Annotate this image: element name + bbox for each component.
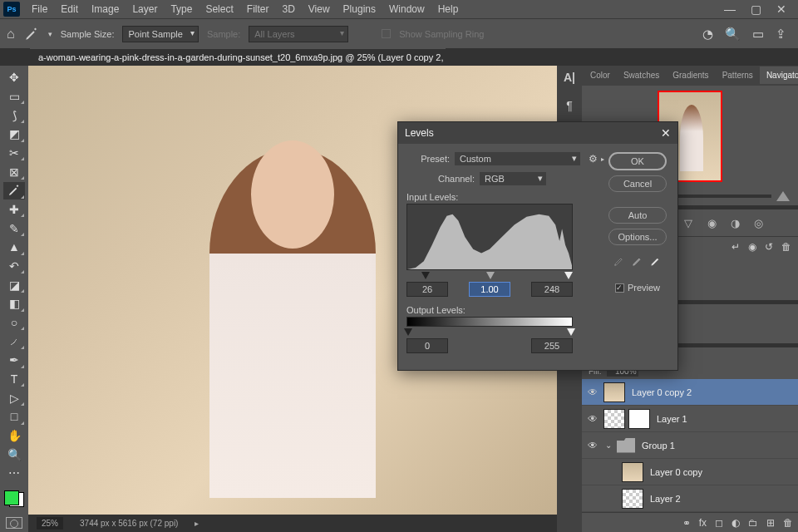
adj-view-icon[interactable]: ◉ xyxy=(748,241,756,253)
tab-swatches[interactable]: Swatches xyxy=(617,66,666,84)
brush-tool-icon[interactable]: ✎ xyxy=(3,219,25,237)
marquee-tool-icon[interactable]: ▭ xyxy=(3,88,25,106)
output-white-slider[interactable] xyxy=(567,328,575,336)
visibility-icon[interactable]: 👁 xyxy=(585,440,600,451)
layer-name[interactable]: Layer 2 xyxy=(647,494,795,504)
home-icon[interactable]: ⌂ xyxy=(7,27,15,42)
black-point-field[interactable]: 26 xyxy=(406,282,448,297)
blur-tool-icon[interactable]: ○ xyxy=(3,314,25,332)
healing-brush-tool-icon[interactable]: ✚ xyxy=(3,201,25,219)
adj-vibrance-icon[interactable]: ▽ xyxy=(680,214,697,231)
visibility-icon[interactable]: 👁 xyxy=(585,413,600,425)
menu-image[interactable]: Image xyxy=(85,1,126,17)
layer-row[interactable]: Layer 2 xyxy=(582,485,798,512)
white-point-field[interactable]: 248 xyxy=(531,282,573,297)
adj-reset-icon[interactable]: ↺ xyxy=(765,241,773,253)
menu-window[interactable]: Window xyxy=(382,1,431,17)
adj-delete-icon[interactable]: 🗑 xyxy=(781,241,791,253)
window-maximize-icon[interactable]: ▢ xyxy=(751,2,761,16)
layer-row[interactable]: 👁 Layer 0 copy 2 xyxy=(582,379,798,406)
layer-mask-icon[interactable]: ◻ xyxy=(715,517,723,529)
type-tool-icon[interactable]: T xyxy=(3,371,25,388)
dialog-titlebar[interactable]: Levels ✕ xyxy=(398,122,677,144)
tab-color[interactable]: Color xyxy=(584,66,617,84)
eraser-tool-icon[interactable]: ◪ xyxy=(3,276,25,293)
crop-tool-icon[interactable]: ✂ xyxy=(3,145,25,162)
layer-name[interactable]: Group 1 xyxy=(638,441,795,451)
new-layer-icon[interactable]: ⊞ xyxy=(766,517,775,529)
new-group-icon[interactable]: 🗀 xyxy=(748,517,758,529)
layer-thumbnail[interactable] xyxy=(622,462,643,482)
preset-dropdown[interactable]: Custom xyxy=(455,152,580,165)
zoom-field[interactable]: 25% xyxy=(37,517,63,530)
layer-thumbnail[interactable] xyxy=(622,489,643,509)
channel-dropdown[interactable]: RGB xyxy=(480,172,546,185)
menu-plugins[interactable]: Plugins xyxy=(337,1,382,17)
tab-gradients[interactable]: Gradients xyxy=(666,66,715,84)
pen-tool-icon[interactable]: ✒ xyxy=(3,352,25,369)
black-point-slider[interactable] xyxy=(421,272,430,279)
adj-bw-icon[interactable]: ◑ xyxy=(727,214,743,231)
menu-select[interactable]: Select xyxy=(199,1,239,17)
midtone-field[interactable]: 1.00 xyxy=(469,282,510,297)
window-close-icon[interactable]: ✕ xyxy=(776,2,786,16)
menu-help[interactable]: Help xyxy=(431,1,466,17)
menu-edit[interactable]: Edit xyxy=(54,1,85,17)
paragraph-panel-icon[interactable]: ¶ xyxy=(566,99,573,112)
visibility-icon[interactable]: 👁 xyxy=(585,387,600,398)
output-white-field[interactable]: 255 xyxy=(531,338,573,353)
preview-checkbox[interactable]: ✓ xyxy=(615,283,624,293)
object-select-tool-icon[interactable]: ◩ xyxy=(3,126,25,143)
quick-mask-icon[interactable] xyxy=(6,517,22,529)
lasso-tool-icon[interactable]: ⟆ xyxy=(3,106,25,124)
adj-hue-icon[interactable]: ◉ xyxy=(703,214,720,231)
cancel-button[interactable]: Cancel xyxy=(608,175,667,192)
zoom-in-icon[interactable] xyxy=(776,191,790,201)
group-toggle-icon[interactable]: ⌄ xyxy=(603,441,613,450)
auto-button[interactable]: Auto xyxy=(608,207,667,224)
cloud-user-icon[interactable]: ◔ xyxy=(702,27,713,42)
output-black-field[interactable]: 0 xyxy=(406,338,448,353)
layer-mask-thumbnail[interactable] xyxy=(628,409,650,429)
layer-row[interactable]: Layer 0 copy xyxy=(582,459,798,485)
adj-photo-filter-icon[interactable]: ◎ xyxy=(750,214,766,231)
status-menu-icon[interactable]: ▸ xyxy=(195,519,199,528)
layer-name[interactable]: Layer 0 copy 2 xyxy=(628,387,795,397)
current-tool-icon[interactable] xyxy=(23,26,40,42)
share-icon[interactable]: ⇪ xyxy=(776,27,786,42)
eyedropper-tool-icon[interactable] xyxy=(3,182,25,200)
zoom-tool-icon[interactable]: 🔍 xyxy=(3,446,25,463)
menu-3d[interactable]: 3D xyxy=(275,1,301,17)
white-point-slider[interactable] xyxy=(564,272,573,279)
layer-row[interactable]: 👁 Layer 1 xyxy=(582,406,798,432)
hand-tool-icon[interactable]: ✋ xyxy=(3,427,25,445)
layer-thumbnail[interactable] xyxy=(603,409,625,429)
layer-style-icon[interactable]: fx xyxy=(699,517,707,529)
menu-layer[interactable]: Layer xyxy=(126,1,164,17)
midtone-slider[interactable] xyxy=(486,272,495,279)
gradient-tool-icon[interactable]: ◧ xyxy=(3,295,25,313)
dialog-close-icon[interactable]: ✕ xyxy=(661,126,671,140)
menu-filter[interactable]: Filter xyxy=(240,1,276,17)
tool-dropdown-icon[interactable]: ▾ xyxy=(48,30,52,38)
menu-type[interactable]: Type xyxy=(164,1,199,17)
layer-row[interactable]: 👁 ⌄ Group 1 xyxy=(582,432,798,459)
adjustment-layer-icon[interactable]: ◐ xyxy=(732,517,740,529)
show-sampling-ring-checkbox[interactable] xyxy=(382,29,391,38)
workspace-icon[interactable]: ▭ xyxy=(752,27,764,42)
document-tab[interactable]: a-woman-wearing-a-pink-dress-in-a-garden… xyxy=(30,48,446,66)
preset-menu-icon[interactable]: ⚙ xyxy=(589,153,598,165)
window-minimize-icon[interactable]: — xyxy=(724,2,736,16)
dodge-tool-icon[interactable]: ⟋ xyxy=(3,332,25,350)
tab-patterns[interactable]: Patterns xyxy=(716,66,760,84)
history-brush-tool-icon[interactable]: ↶ xyxy=(3,258,25,275)
options-button[interactable]: Options... xyxy=(608,229,667,245)
frame-tool-icon[interactable]: ⊠ xyxy=(3,163,25,180)
ok-button[interactable]: OK xyxy=(608,152,667,170)
clone-stamp-tool-icon[interactable]: ▲ xyxy=(3,239,25,256)
search-icon[interactable]: 🔍 xyxy=(725,27,741,42)
menu-view[interactable]: View xyxy=(302,1,337,17)
character-panel-icon[interactable]: A| xyxy=(564,71,575,84)
adj-clip-icon[interactable]: ↵ xyxy=(732,241,740,253)
menu-file[interactable]: File xyxy=(25,1,54,17)
